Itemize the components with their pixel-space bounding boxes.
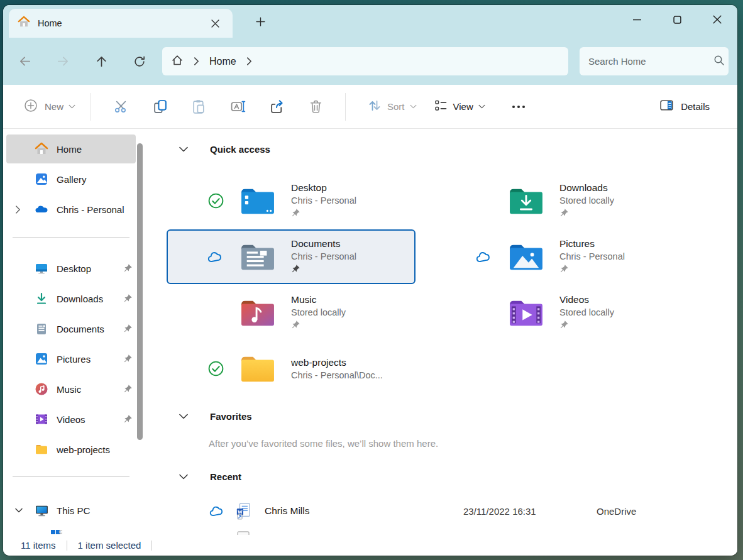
status-divider bbox=[151, 541, 152, 551]
maximize-button[interactable] bbox=[657, 5, 697, 34]
breadcrumb-item-home[interactable]: Home bbox=[209, 56, 236, 67]
downloads-folder-icon bbox=[507, 185, 546, 217]
tile-videos[interactable]: Videos Stored locally bbox=[435, 285, 684, 340]
pin-icon bbox=[123, 384, 133, 396]
sidebar-item-desktop[interactable]: Desktop bbox=[6, 254, 136, 283]
minimize-button[interactable] bbox=[617, 5, 657, 34]
chevron-right-icon bbox=[194, 57, 199, 65]
downloads-icon bbox=[34, 292, 49, 305]
tile-subtitle: Chris - Personal\Doc... bbox=[291, 370, 383, 380]
chevron-right-icon[interactable] bbox=[246, 57, 252, 65]
share-icon[interactable] bbox=[262, 93, 291, 121]
tile-name: Pictures bbox=[559, 238, 625, 250]
more-options-icon[interactable] bbox=[504, 93, 533, 121]
sidebar-item-videos[interactable]: Videos bbox=[6, 405, 136, 434]
view-icon bbox=[433, 98, 448, 116]
up-icon[interactable] bbox=[87, 49, 115, 74]
search-box[interactable] bbox=[580, 47, 729, 75]
sidebar-item-documents[interactable]: Documents bbox=[6, 314, 136, 343]
tab-home[interactable]: Home bbox=[9, 9, 233, 38]
chevron-down-icon[interactable] bbox=[179, 414, 188, 419]
sidebar-item-web-projects[interactable]: web-projects bbox=[6, 435, 136, 464]
tile-desktop[interactable]: Desktop Chris - Personal bbox=[167, 173, 416, 228]
tile-web-projects[interactable]: web-projects Chris - Personal\Doc... bbox=[167, 341, 416, 396]
chevron-down-icon[interactable] bbox=[6, 508, 25, 513]
sidebar-item-music[interactable]: Music bbox=[6, 375, 136, 404]
cut-icon[interactable] bbox=[106, 93, 135, 121]
music-icon bbox=[34, 382, 49, 396]
tile-name: Music bbox=[291, 294, 346, 305]
desktop-icon bbox=[34, 261, 49, 275]
music-folder-icon bbox=[238, 297, 277, 329]
sidebar-item-gallery[interactable]: Gallery bbox=[6, 165, 136, 194]
recent-item-row[interactable]: Chris Mills 23/11/2022 16:31 OneDrive bbox=[149, 493, 737, 529]
new-button[interactable]: New bbox=[18, 94, 80, 119]
sidebar-item-label: Documents bbox=[57, 324, 104, 334]
sidebar-item-home[interactable]: Home bbox=[6, 135, 136, 163]
search-icon[interactable] bbox=[713, 55, 725, 69]
section-header-recent[interactable]: Recent bbox=[179, 471, 241, 482]
this-pc-icon bbox=[34, 503, 49, 518]
tile-name: web-projects bbox=[291, 357, 383, 368]
sidebar-item-downloads[interactable]: Downloads bbox=[6, 284, 136, 313]
back-icon[interactable] bbox=[11, 49, 38, 74]
chevron-down-icon bbox=[478, 104, 485, 109]
copy-icon[interactable] bbox=[145, 93, 174, 121]
new-tab-button[interactable] bbox=[250, 12, 270, 31]
tile-documents[interactable]: Documents Chris - Personal bbox=[167, 229, 416, 284]
recent-item-name: Chris Mills bbox=[265, 505, 309, 517]
tab-close-icon[interactable] bbox=[206, 14, 224, 32]
tile-subtitle: Chris - Personal bbox=[291, 251, 356, 261]
new-button-label: New bbox=[45, 101, 63, 112]
search-input[interactable] bbox=[588, 56, 713, 67]
rename-icon[interactable] bbox=[223, 93, 252, 121]
tile-subtitle: Stored locally bbox=[291, 307, 346, 317]
pin-icon bbox=[291, 320, 346, 332]
navigation-bar: Home bbox=[3, 38, 737, 85]
paste-icon[interactable] bbox=[184, 93, 213, 121]
chevron-down-icon[interactable] bbox=[179, 474, 188, 480]
sidebar-item-onedrive[interactable]: Chris - Personal bbox=[6, 195, 136, 224]
sync-ok-icon bbox=[207, 192, 224, 209]
chevron-down-icon[interactable] bbox=[179, 146, 188, 152]
breadcrumb[interactable]: Home bbox=[162, 47, 568, 75]
forward-icon[interactable] bbox=[49, 49, 77, 74]
cloud-icon bbox=[209, 505, 226, 517]
pin-icon bbox=[559, 320, 614, 332]
sort-button[interactable]: Sort bbox=[362, 94, 422, 119]
close-button[interactable] bbox=[697, 5, 737, 34]
sidebar-item-label: web-projects bbox=[57, 444, 110, 455]
section-header-favorites[interactable]: Favorites bbox=[179, 411, 252, 422]
sidebar-item-label: Music bbox=[57, 384, 81, 395]
tile-music[interactable]: Music Stored locally bbox=[167, 285, 416, 340]
sidebar-item-pictures[interactable]: Pictures bbox=[6, 344, 136, 373]
section-header-quick-access[interactable]: Quick access bbox=[179, 144, 270, 155]
tab-title: Home bbox=[38, 18, 62, 28]
windows-drive-icon-partial[interactable] bbox=[51, 530, 62, 535]
pin-icon bbox=[123, 354, 133, 366]
pin-icon bbox=[291, 264, 356, 276]
details-pane-icon bbox=[659, 97, 674, 116]
tile-name: Documents bbox=[291, 238, 356, 250]
sidebar-scrollbar-thumb[interactable] bbox=[137, 143, 143, 440]
sidebar-item-this-pc[interactable]: This PC bbox=[6, 496, 136, 525]
view-button[interactable]: View bbox=[428, 94, 490, 119]
status-bar: 11 items 1 item selected bbox=[3, 535, 737, 556]
details-pane-button[interactable]: Details bbox=[652, 94, 716, 119]
videos-folder-icon bbox=[507, 297, 546, 329]
pin-icon bbox=[559, 264, 625, 276]
breadcrumb-home-icon[interactable] bbox=[171, 54, 184, 69]
recent-item-location: OneDrive bbox=[597, 506, 636, 517]
toolbar-divider bbox=[345, 93, 346, 121]
word-document-icon bbox=[236, 503, 251, 520]
home-tab-icon bbox=[18, 16, 30, 31]
refresh-icon[interactable] bbox=[126, 49, 153, 74]
chevron-down-icon bbox=[410, 104, 417, 109]
delete-icon[interactable] bbox=[301, 93, 330, 121]
tile-downloads[interactable]: Downloads Stored locally bbox=[435, 173, 684, 228]
file-explorer-window: Home bbox=[3, 5, 737, 556]
chevron-right-icon[interactable] bbox=[6, 206, 25, 214]
pin-icon bbox=[123, 294, 133, 305]
tile-pictures[interactable]: Pictures Chris - Personal bbox=[435, 229, 684, 284]
cloud-icon bbox=[475, 250, 493, 263]
